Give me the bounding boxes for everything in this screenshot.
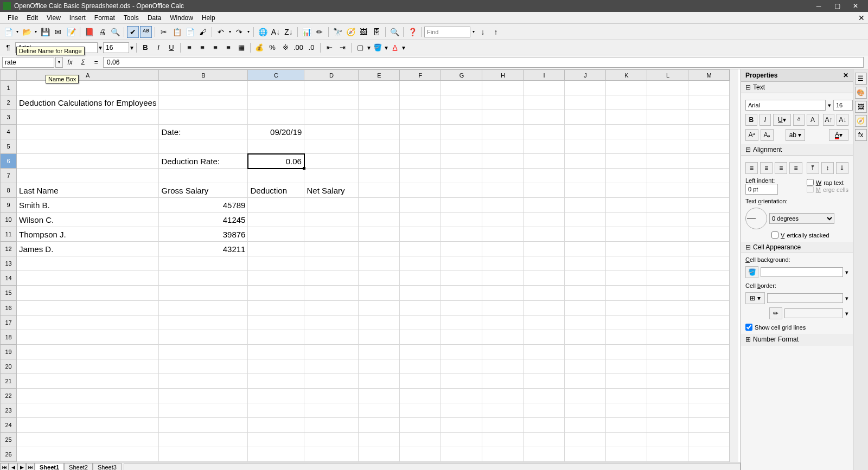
cell-A1[interactable] <box>17 81 159 95</box>
cell-A22[interactable] <box>17 388 159 403</box>
cell-F12[interactable] <box>400 242 441 256</box>
cell-K4[interactable] <box>606 125 647 139</box>
col-header-M[interactable]: M <box>688 70 730 81</box>
cell-G11[interactable] <box>441 227 482 242</box>
cell-E17[interactable] <box>359 315 400 330</box>
cell-H5[interactable] <box>482 139 524 154</box>
cell-J17[interactable] <box>565 315 606 330</box>
cell-K20[interactable] <box>606 359 647 374</box>
font-size-input[interactable] <box>103 42 129 53</box>
cell-B2[interactable] <box>159 95 248 110</box>
cell-H17[interactable] <box>482 315 524 330</box>
cell-D19[interactable] <box>304 344 359 359</box>
cell-G13[interactable] <box>441 256 482 271</box>
cell-E12[interactable] <box>359 242 400 256</box>
cell-E26[interactable] <box>359 447 400 461</box>
cell-K15[interactable] <box>606 286 647 300</box>
cell-E18[interactable] <box>359 330 400 344</box>
cell-I15[interactable] <box>524 286 565 300</box>
find-dropdown[interactable]: ▾ <box>471 29 476 34</box>
remove-decimal-icon[interactable]: .0 <box>305 42 317 54</box>
cell-M17[interactable] <box>688 315 730 330</box>
cell-K8[interactable] <box>606 183 647 198</box>
cell-B19[interactable] <box>159 344 248 359</box>
cell-E13[interactable] <box>359 256 400 271</box>
new-icon[interactable]: 📄 <box>2 26 14 38</box>
cell-M6[interactable] <box>688 154 730 169</box>
menu-view[interactable]: View <box>42 13 65 23</box>
cell-E16[interactable] <box>359 300 400 315</box>
sidebar-font-name[interactable] <box>745 100 826 111</box>
cell-L21[interactable] <box>647 374 688 388</box>
sidebar-shadow-icon[interactable]: A <box>807 114 819 126</box>
cell-E8[interactable] <box>359 183 400 198</box>
cell-H20[interactable] <box>482 359 524 374</box>
cell-G6[interactable] <box>441 154 482 169</box>
spreadsheet-grid[interactable]: ABCDEFGHIJKLM12Deduction Calculations fo… <box>0 69 730 462</box>
cell-E21[interactable] <box>359 374 400 388</box>
row-header-19[interactable]: 19 <box>1 344 17 359</box>
cell-D17[interactable] <box>304 315 359 330</box>
cell-C12[interactable] <box>248 242 304 256</box>
cell-C18[interactable] <box>248 330 304 344</box>
cell-C15[interactable] <box>248 286 304 300</box>
cell-G8[interactable] <box>441 183 482 198</box>
cell-F22[interactable] <box>400 388 441 403</box>
maximize-button[interactable]: ▢ <box>828 0 846 12</box>
cell-I5[interactable] <box>524 139 565 154</box>
cell-L5[interactable] <box>647 139 688 154</box>
navigator-icon[interactable]: 🧭 <box>344 26 356 38</box>
bg-color-swatch[interactable] <box>761 267 843 277</box>
cell-F8[interactable] <box>400 183 441 198</box>
cell-D25[interactable] <box>304 432 359 447</box>
cell-C2[interactable] <box>248 95 304 110</box>
cell-I4[interactable] <box>524 125 565 139</box>
merge-cells-checkbox[interactable]: Merge cells <box>807 186 848 193</box>
cell-M2[interactable] <box>688 95 730 110</box>
align-right-icon[interactable]: ≡ <box>209 42 221 54</box>
cell-L26[interactable] <box>647 447 688 461</box>
cell-B15[interactable] <box>159 286 248 300</box>
cell-G24[interactable] <box>441 417 482 432</box>
col-header-F[interactable]: F <box>400 70 441 81</box>
align-center-icon[interactable]: ≡ <box>196 42 208 54</box>
row-header-26[interactable]: 26 <box>1 447 17 461</box>
cell-D13[interactable] <box>304 256 359 271</box>
cell-K22[interactable] <box>606 388 647 403</box>
sidetab-navigator-icon[interactable]: 🧭 <box>855 115 867 127</box>
cell-C3[interactable] <box>248 110 304 125</box>
font-size-dropdown[interactable]: ▾ <box>130 44 133 51</box>
cell-H4[interactable] <box>482 125 524 139</box>
cell-K18[interactable] <box>606 330 647 344</box>
decrease-indent-icon[interactable]: ⇤ <box>323 42 335 54</box>
name-box-dropdown[interactable]: ▾ <box>55 57 63 68</box>
border-preset-icon[interactable]: ⊞ ▾ <box>745 292 765 304</box>
cell-G25[interactable] <box>441 432 482 447</box>
cell-I21[interactable] <box>524 374 565 388</box>
cell-J2[interactable] <box>565 95 606 110</box>
sheet-tab-3[interactable]: Sheet3 <box>93 463 122 471</box>
cell-F24[interactable] <box>400 417 441 432</box>
cell-H12[interactable] <box>482 242 524 256</box>
cell-M11[interactable] <box>688 227 730 242</box>
appearance-section-header[interactable]: ⊟ Cell Appearance <box>741 242 853 253</box>
cell-L25[interactable] <box>647 432 688 447</box>
fontcolor-icon[interactable]: A <box>389 42 401 54</box>
cell-D7[interactable] <box>304 169 359 183</box>
cell-C19[interactable] <box>248 344 304 359</box>
cell-L1[interactable] <box>647 81 688 95</box>
cell-L17[interactable] <box>647 315 688 330</box>
open-icon[interactable]: 📂 <box>21 26 33 38</box>
cut-icon[interactable]: ✂ <box>158 26 170 38</box>
tab-last-icon[interactable]: ⏭ <box>26 463 35 471</box>
cell-J14[interactable] <box>565 271 606 286</box>
cell-C7[interactable] <box>248 169 304 183</box>
cell-L2[interactable] <box>647 95 688 110</box>
cell-D9[interactable] <box>304 198 359 213</box>
font-name-dropdown[interactable]: ▾ <box>99 44 102 51</box>
minimize-button[interactable]: ─ <box>809 0 828 12</box>
cell-B17[interactable] <box>159 315 248 330</box>
cell-M21[interactable] <box>688 374 730 388</box>
sheet-tab-2[interactable]: Sheet2 <box>64 463 93 471</box>
cell-H24[interactable] <box>482 417 524 432</box>
